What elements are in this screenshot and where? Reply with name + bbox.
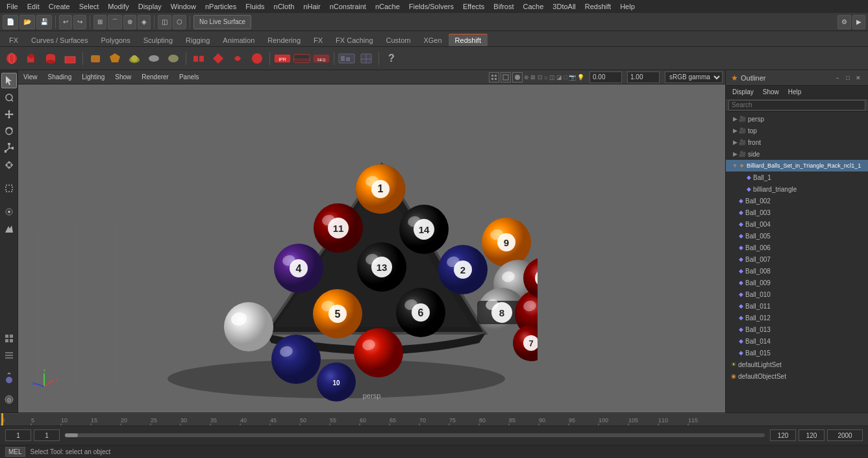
- snap-surface-btn[interactable]: ◈: [138, 15, 151, 29]
- vp-wireframe-btn[interactable]: [501, 72, 511, 83]
- vp-panels-menu[interactable]: Panels: [177, 73, 202, 81]
- render-settings2-icon[interactable]: [338, 49, 356, 68]
- tab-custom[interactable]: Custom: [380, 34, 417, 46]
- tree-item-ball014[interactable]: ◆ Ball_014: [726, 335, 868, 347]
- menu-nhair[interactable]: nHair: [299, 1, 324, 12]
- tree-item-billiard-triangle[interactable]: ◆ billiard_triangle: [726, 183, 868, 195]
- vp-renderer-menu[interactable]: Renderer: [139, 73, 171, 81]
- vp-lighting-menu[interactable]: Lighting: [79, 73, 107, 81]
- vp-shading-menu[interactable]: Shading: [45, 73, 75, 81]
- timeline-frame-start[interactable]: [34, 429, 60, 441]
- tab-rigging[interactable]: Rigging: [179, 34, 216, 46]
- menu-redshift[interactable]: Redshift: [581, 1, 615, 12]
- snap-point-btn[interactable]: ⊕: [123, 15, 136, 29]
- save-image-icon[interactable]: [357, 49, 375, 68]
- menu-nparticles[interactable]: nParticles: [201, 1, 240, 12]
- timeline-range-bar[interactable]: [65, 433, 765, 437]
- menu-cache[interactable]: Cache: [519, 1, 548, 12]
- menu-fluids[interactable]: Fluids: [242, 1, 268, 12]
- dynamics2-icon[interactable]: [209, 49, 227, 68]
- render-render-icon[interactable]: RENDER: [293, 49, 311, 68]
- viewport[interactable]: View Shading Lighting Show Renderer Pane…: [18, 70, 725, 413]
- new-scene-btn[interactable]: 📄: [3, 15, 18, 29]
- redo-btn[interactable]: ↪: [73, 15, 86, 29]
- snap-grid-btn[interactable]: ⊞: [93, 15, 106, 29]
- live-surface-btn[interactable]: No Live Surface: [193, 15, 251, 29]
- menu-edit[interactable]: Edit: [23, 1, 43, 12]
- menu-bifrost[interactable]: Bifrost: [490, 1, 517, 12]
- tree-item-ball005[interactable]: ◆ Ball_005: [726, 230, 868, 242]
- render-settings-btn[interactable]: ⚙: [837, 15, 851, 29]
- outliner-help-menu[interactable]: Help: [784, 87, 806, 97]
- outliner-minimize-btn[interactable]: −: [833, 73, 842, 83]
- outliner-close-btn[interactable]: ✕: [854, 73, 863, 83]
- help-icon[interactable]: ?: [382, 49, 401, 68]
- tree-item-ball013[interactable]: ◆ Ball_013: [726, 324, 868, 335]
- move-tool-btn[interactable]: [1, 107, 17, 122]
- tab-rendering[interactable]: Rendering: [261, 34, 307, 46]
- menu-select[interactable]: Select: [75, 1, 103, 12]
- outliner-display-menu[interactable]: Display: [728, 87, 758, 97]
- polygon-icon[interactable]: [106, 49, 124, 68]
- create-cube-icon[interactable]: [22, 49, 40, 68]
- outliner-maximize-btn[interactable]: □: [843, 73, 852, 83]
- rotate-tool-btn[interactable]: [1, 123, 17, 139]
- tab-animation[interactable]: Animation: [216, 34, 261, 46]
- menu-window[interactable]: Window: [167, 1, 200, 12]
- soft-select-btn[interactable]: [1, 204, 17, 220]
- outliner-search-input[interactable]: [728, 100, 865, 110]
- vp-y-coord[interactable]: [627, 71, 660, 83]
- tab-curves-surfaces[interactable]: Curves / Surfaces: [25, 34, 94, 46]
- tree-item-default-object-set[interactable]: ◉ defaultObjectSet: [726, 370, 868, 382]
- tree-item-top[interactable]: ▶ 🎥 top: [726, 125, 868, 136]
- paint-select-btn[interactable]: [1, 221, 17, 236]
- dynamics1-icon[interactable]: [190, 49, 208, 68]
- channel-box-btn[interactable]: [1, 348, 17, 363]
- tab-polygons[interactable]: Polygons: [94, 34, 136, 46]
- menu-effects[interactable]: Effects: [459, 1, 488, 12]
- tab-redshift[interactable]: Redshift: [449, 34, 488, 46]
- menu-modify[interactable]: Modify: [104, 1, 132, 12]
- timeline-frame-current[interactable]: [5, 429, 31, 441]
- tree-item-billiard-set[interactable]: ▼ ✦ Billiard_Balls_Set_in_Triangle_Rack_…: [726, 160, 868, 172]
- lasso-tool-btn[interactable]: [1, 90, 17, 105]
- tree-item-ball015[interactable]: ◆ Ball_015: [726, 347, 868, 359]
- dynamics4-icon[interactable]: [248, 49, 266, 68]
- menu-nconstraint[interactable]: nConstraint: [326, 1, 370, 12]
- grid-toggle-btn[interactable]: [1, 331, 17, 346]
- tree-item-default-light-set[interactable]: ☀ defaultLightSet: [726, 359, 868, 370]
- render-seq-icon[interactable]: SEQ: [312, 49, 330, 68]
- viewport-canvas[interactable]: 1 11 14 4: [18, 84, 725, 413]
- menu-ncache[interactable]: nCache: [371, 1, 404, 12]
- tree-item-persp[interactable]: ▶ 🎥 persp: [726, 113, 868, 125]
- menu-create[interactable]: Create: [45, 1, 74, 12]
- outliner-show-menu[interactable]: Show: [759, 87, 783, 97]
- render-btn[interactable]: ▶: [852, 15, 865, 29]
- mel-label[interactable]: MEL: [5, 447, 25, 457]
- create-cylinder-icon[interactable]: [42, 49, 60, 68]
- tree-item-side[interactable]: ▶ 🎥 side: [726, 148, 868, 160]
- wireframe-btn[interactable]: ⬡: [173, 15, 186, 29]
- open-scene-btn[interactable]: 📂: [19, 15, 35, 29]
- timeline-ruler[interactable]: 0 5 10 15 20 25 30 35 40: [0, 413, 868, 426]
- misc2-icon[interactable]: [164, 49, 182, 68]
- vp-view-menu[interactable]: View: [21, 73, 40, 81]
- tree-item-ball008[interactable]: ◆ Ball_008: [726, 265, 868, 277]
- tree-item-ball002[interactable]: ◆ Ball_002: [726, 195, 868, 207]
- tree-item-ball012[interactable]: ◆ Ball_012: [726, 312, 868, 324]
- gamma-select[interactable]: sRGB gamma Linear 1.0: [665, 71, 723, 83]
- misc-bottom-btn[interactable]: ⚙: [1, 392, 17, 407]
- save-scene-btn[interactable]: 💾: [36, 15, 52, 29]
- menu-display[interactable]: Display: [134, 1, 166, 12]
- tree-item-ball011[interactable]: ◆ Ball_011: [726, 300, 868, 312]
- scale-tool-btn[interactable]: [1, 140, 17, 156]
- tab-fx[interactable]: FX: [3, 34, 25, 46]
- tree-item-front[interactable]: ▶ 🎥 front: [726, 136, 868, 148]
- tab-fx-caching[interactable]: FX Caching: [329, 34, 379, 46]
- vp-x-coord[interactable]: [589, 71, 622, 83]
- menu-3dtoall[interactable]: 3DtoAll: [549, 1, 579, 12]
- tab-sculpting[interactable]: Sculpting: [137, 34, 179, 46]
- misc1-icon[interactable]: [145, 49, 163, 68]
- universal-tool-btn[interactable]: [1, 157, 17, 173]
- show-manipulator-btn[interactable]: [1, 181, 17, 196]
